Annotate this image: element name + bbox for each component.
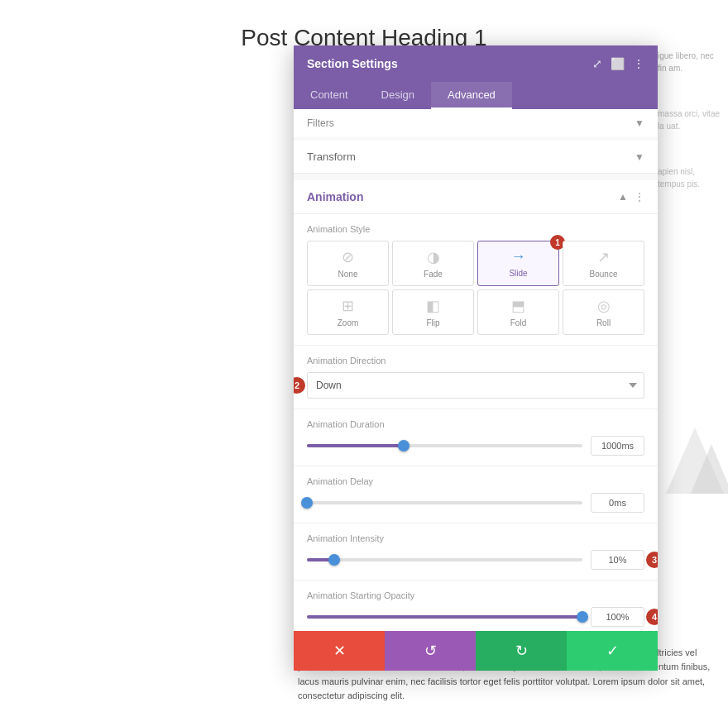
duration-fill	[307, 444, 404, 447]
filters-label: Filters	[307, 117, 334, 129]
transform-label: Transform	[307, 151, 356, 163]
tab-content[interactable]: Content	[294, 82, 365, 109]
filters-chevron-icon: ▼	[635, 117, 644, 129]
more-options-icon[interactable]: ⋮	[633, 57, 644, 70]
animation-delay-group: Animation Delay	[294, 466, 658, 523]
style-zoom-label: Zoom	[338, 318, 359, 327]
redo-button[interactable]: ↻	[476, 631, 567, 671]
duration-slider-row	[307, 436, 644, 456]
transform-chevron-icon: ▼	[635, 151, 644, 163]
intensity-thumb[interactable]	[328, 554, 340, 566]
reset-button[interactable]: ↺	[385, 631, 476, 671]
animation-direction-label: Animation Direction	[307, 356, 644, 366]
animation-intensity-label: Animation Intensity	[307, 533, 644, 543]
animation-header-controls: ▲ ⋮	[618, 191, 644, 203]
mountain-graphic	[662, 419, 728, 505]
duration-thumb[interactable]	[398, 440, 410, 452]
columns-icon[interactable]: ⬜	[611, 57, 625, 70]
animation-section: Animation ▲ ⋮ Animation Style ⊘ None	[294, 180, 658, 631]
intensity-value-wrap: 3	[591, 550, 644, 570]
animation-more-icon[interactable]: ⋮	[635, 191, 644, 203]
animation-style-grid: ⊘ None ◑ Fade 1 → Slide	[307, 241, 644, 335]
animation-direction-select[interactable]: Down Up Left Right	[307, 372, 644, 399]
transform-row[interactable]: Transform ▼	[294, 141, 658, 174]
animation-collapse-icon[interactable]: ▲	[618, 191, 628, 203]
style-none-label: None	[338, 270, 358, 279]
direction-badge: 2	[294, 377, 305, 394]
duration-value[interactable]	[591, 436, 644, 456]
duration-track	[307, 444, 582, 447]
modal-body: Filters ▼ Transform ▼ Animation ▲ ⋮ Anim…	[294, 109, 658, 631]
modal-footer: ✕ ↺ ↻ ✓	[294, 631, 658, 671]
animation-title: Animation	[307, 190, 363, 203]
style-bounce[interactable]: ↗ Bounce	[563, 241, 644, 286]
section-settings-modal: Section Settings ⤢ ⬜ ⋮ Content Design Ad…	[294, 45, 658, 671]
bounce-icon: ↗	[597, 248, 610, 266]
opacity-track	[307, 615, 582, 619]
style-fade[interactable]: ◑ Fade	[392, 241, 474, 286]
modal-header: Section Settings ⤢ ⬜ ⋮	[294, 45, 658, 82]
direction-select-wrapper: 2 Down Up Left Right	[307, 372, 644, 399]
filters-row[interactable]: Filters ▼	[294, 109, 658, 137]
opacity-value[interactable]	[591, 607, 644, 627]
tab-design[interactable]: Design	[365, 82, 431, 109]
animation-intensity-group: Animation Intensity 3	[294, 523, 658, 581]
bg-text-top: igue libero, nec fin am.	[658, 50, 724, 74]
fade-icon: ◑	[427, 248, 440, 266]
style-none[interactable]: ⊘ None	[307, 241, 389, 286]
modal-tabs: Content Design Advanced	[294, 82, 658, 109]
style-fade-label: Fade	[424, 270, 443, 279]
cancel-button[interactable]: ✕	[294, 631, 385, 671]
opacity-slider-row: 4	[307, 607, 644, 627]
animation-duration-group: Animation Duration	[294, 409, 658, 466]
flip-icon: ◧	[426, 297, 440, 315]
modal-header-icons: ⤢ ⬜ ⋮	[592, 57, 644, 70]
style-roll-label: Roll	[596, 318, 611, 327]
opacity-value-wrap: 4	[591, 607, 644, 627]
delay-thumb[interactable]	[301, 497, 313, 509]
intensity-value[interactable]	[591, 550, 644, 570]
style-bounce-label: Bounce	[590, 270, 618, 279]
animation-opacity-group: Animation Starting Opacity 4	[294, 581, 658, 631]
save-button[interactable]: ✓	[567, 631, 658, 671]
style-fold[interactable]: ⬒ Fold	[477, 289, 559, 335]
delay-value[interactable]	[591, 493, 644, 513]
none-icon: ⊘	[342, 248, 354, 266]
bg-text-mid: massa orci, vitae la uat.	[658, 108, 724, 132]
animation-opacity-label: Animation Starting Opacity	[307, 590, 644, 600]
opacity-thumb[interactable]	[577, 611, 588, 623]
roll-icon: ◎	[597, 297, 611, 315]
slide-icon: →	[511, 248, 526, 265]
animation-delay-label: Animation Delay	[307, 476, 644, 486]
delay-slider-row	[307, 493, 644, 513]
style-slide[interactable]: 1 → Slide	[477, 241, 559, 286]
style-flip[interactable]: ◧ Flip	[392, 289, 474, 335]
bg-text-mid2: apien nisl, tempus pis.	[658, 165, 724, 190]
style-fold-label: Fold	[510, 318, 526, 327]
animation-direction-group: Animation Direction 2 Down Up Left Right	[294, 346, 658, 409]
fold-icon: ⬒	[511, 297, 525, 315]
delay-track	[307, 501, 582, 504]
animation-style-label: Animation Style	[307, 224, 644, 234]
style-roll[interactable]: ◎ Roll	[563, 289, 644, 335]
tab-advanced[interactable]: Advanced	[431, 82, 512, 109]
animation-header: Animation ▲ ⋮	[294, 180, 658, 214]
intensity-badge: 3	[646, 552, 658, 568]
modal-title: Section Settings	[307, 57, 398, 70]
intensity-track	[307, 558, 582, 561]
zoom-icon: ⊞	[342, 297, 354, 315]
animation-style-group: Animation Style ⊘ None ◑ Fade 1	[294, 214, 658, 346]
opacity-fill	[307, 615, 582, 619]
fullscreen-icon[interactable]: ⤢	[592, 57, 602, 70]
animation-duration-label: Animation Duration	[307, 419, 644, 429]
intensity-slider-row: 3	[307, 550, 644, 570]
style-slide-label: Slide	[509, 269, 527, 278]
opacity-badge: 4	[646, 609, 658, 625]
style-zoom[interactable]: ⊞ Zoom	[307, 289, 389, 335]
style-flip-label: Flip	[426, 318, 439, 327]
